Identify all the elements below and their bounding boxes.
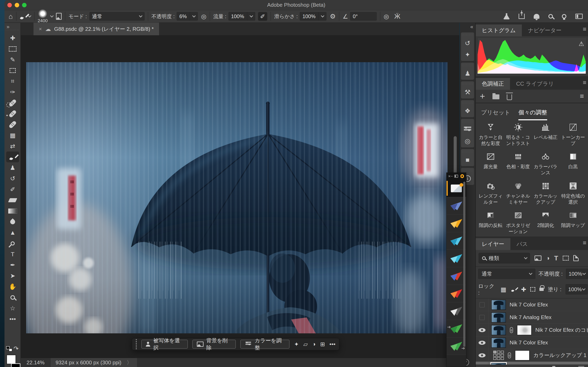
share-icon[interactable] bbox=[519, 14, 525, 19]
path-select-tool[interactable]: ➤ bbox=[6, 270, 19, 281]
add-image-icon[interactable]: ⊞ bbox=[320, 341, 325, 348]
selection-brush-tool[interactable]: ✎ bbox=[6, 54, 19, 65]
adjustment-invert[interactable]: 階調の反転 bbox=[477, 210, 504, 234]
nik-minimize-icon[interactable]: − bbox=[450, 174, 453, 179]
remove-tool[interactable] bbox=[6, 108, 19, 119]
blur-tool[interactable] bbox=[6, 216, 19, 227]
filter-image-icon[interactable] bbox=[535, 256, 541, 261]
list-view-icon[interactable]: ≡ bbox=[580, 92, 584, 100]
smoothing-input[interactable]: 100% bbox=[300, 12, 327, 21]
lock-artboard-icon[interactable] bbox=[530, 287, 535, 292]
hand-tool[interactable]: ✋ bbox=[6, 281, 19, 292]
adjustment-color-balance[interactable]: カラーバランス bbox=[532, 152, 559, 176]
taskbar-drag-handle[interactable] bbox=[136, 339, 137, 349]
adjustment-brightness-contrast[interactable]: 明るさ・コントラスト bbox=[504, 122, 532, 146]
pressure-opacity-button[interactable]: ◎ bbox=[201, 13, 207, 20]
clone-source-icon[interactable]: ♟ bbox=[462, 69, 473, 78]
gradient-tool[interactable] bbox=[6, 206, 19, 216]
lock-position-icon[interactable]: ✚ bbox=[521, 286, 526, 293]
foreground-color[interactable] bbox=[7, 355, 16, 364]
adjustment-levels[interactable]: レベル補正 bbox=[532, 122, 559, 146]
adjustment-channel-mixer[interactable]: チャンネルミキサー bbox=[504, 181, 532, 205]
dodge-tool[interactable] bbox=[6, 238, 19, 249]
beta-flask-icon[interactable] bbox=[503, 13, 510, 19]
adjustment-color-lookup[interactable]: カラールックアップ bbox=[532, 181, 559, 205]
discover-bulb-icon[interactable] bbox=[562, 14, 566, 18]
more-icon[interactable]: ••• bbox=[329, 341, 336, 347]
visibility-cell[interactable] bbox=[476, 324, 488, 336]
dock-drag-handle[interactable]: :::::::: bbox=[462, 169, 473, 172]
properties-sliders-icon[interactable] bbox=[462, 125, 473, 134]
move-tool[interactable]: ✚ bbox=[6, 33, 19, 43]
object-selection-tool[interactable] bbox=[6, 65, 19, 76]
layer-blend-mode-select[interactable]: 通常 bbox=[478, 269, 535, 279]
airbrush-toggle[interactable]: ✐ bbox=[258, 12, 267, 21]
panel-menu-icon[interactable]: ≡ bbox=[583, 239, 586, 246]
layer-row[interactable]: Nik 7 Analog Efex bbox=[476, 311, 588, 324]
channels-icon[interactable]: ◎ bbox=[462, 136, 473, 146]
eye-icon[interactable] bbox=[479, 353, 485, 358]
tool-presets-icon[interactable]: ⚒ bbox=[462, 87, 473, 97]
crop-tool[interactable]: ⌗ bbox=[6, 76, 19, 87]
filter-adjustment-icon[interactable]: ◑ bbox=[546, 255, 550, 262]
adjustment-threshold[interactable]: 2階調化 bbox=[532, 210, 559, 234]
layer-row[interactable]: Nik 7 Color Efex のコピー bbox=[476, 324, 588, 336]
lock-paint-icon[interactable] bbox=[511, 286, 516, 292]
zoom-level[interactable]: 22.14% bbox=[26, 359, 44, 366]
adjustment-color-vibrance[interactable]: カラーと自然な彩度 bbox=[477, 122, 504, 146]
content-move-tool[interactable]: ⇄ bbox=[6, 141, 19, 151]
visibility-cell[interactable] bbox=[476, 349, 488, 361]
hidden-eye-box[interactable] bbox=[479, 315, 485, 320]
spot-healing-tool[interactable] bbox=[6, 98, 19, 108]
visibility-cell[interactable] bbox=[476, 299, 488, 311]
zoom-tool[interactable] bbox=[6, 292, 19, 303]
eye-icon[interactable] bbox=[479, 341, 485, 345]
swap-colors-mini[interactable] bbox=[6, 346, 12, 351]
history-icon[interactable]: ↺ bbox=[462, 39, 473, 48]
patch-tool[interactable]: ▦ bbox=[6, 130, 19, 141]
tab-layers[interactable]: レイヤー bbox=[476, 238, 510, 250]
dock-drag-handle[interactable]: :::::::: bbox=[462, 101, 473, 104]
new-group-button[interactable] bbox=[493, 94, 499, 99]
toolbar-drag-handle[interactable]: :::::::::: bbox=[6, 28, 20, 31]
eyedropper-tool[interactable]: ✑ bbox=[6, 87, 19, 98]
collapse-panels-button[interactable]: « bbox=[460, 23, 475, 31]
angle-input[interactable]: 0° bbox=[350, 12, 377, 21]
fill-input[interactable]: 100% bbox=[566, 284, 588, 294]
search-icon[interactable] bbox=[548, 14, 553, 18]
home-button[interactable]: ⌂ bbox=[9, 12, 13, 20]
background-color[interactable] bbox=[11, 363, 20, 367]
brush-preset-picker[interactable]: 2400 bbox=[38, 9, 48, 24]
adjustment-icon[interactable]: ◑ bbox=[312, 341, 316, 347]
pressure-size-button[interactable]: ◎ bbox=[384, 13, 389, 20]
dock-drag-handle[interactable]: :::::::: bbox=[462, 33, 473, 36]
symmetry-button[interactable]: Ӝ bbox=[394, 13, 400, 20]
subtab-single-adjustments[interactable]: 個々の調整 bbox=[518, 109, 547, 120]
delete-adjustment-button[interactable] bbox=[507, 94, 512, 100]
filter-type-icon[interactable]: T bbox=[554, 254, 558, 262]
layer-filter-select[interactable]: 種類 bbox=[479, 253, 530, 263]
filter-shape-icon[interactable] bbox=[563, 256, 569, 261]
blend-mode-select[interactable]: 通常 bbox=[89, 12, 145, 21]
panel-menu-icon[interactable]: ≡ bbox=[583, 26, 586, 33]
transform-icon[interactable]: ▱ bbox=[303, 341, 308, 348]
add-adjustment-button[interactable]: + bbox=[480, 93, 485, 99]
adjustment-exposure[interactable]: +−露光量 bbox=[477, 152, 504, 176]
type-tool[interactable]: T bbox=[6, 249, 19, 259]
flow-input[interactable]: 100% bbox=[228, 12, 255, 21]
adjustment-posterize[interactable]: ポスタリゼーション bbox=[504, 210, 532, 234]
tab-histogram[interactable]: ヒストグラム bbox=[476, 25, 522, 36]
libraries-brick-icon[interactable]: ■ bbox=[462, 155, 473, 165]
star-shape-tool[interactable]: ☆ bbox=[6, 303, 19, 314]
layer-opacity-input[interactable]: 100% bbox=[566, 269, 588, 279]
eye-icon[interactable] bbox=[479, 328, 485, 332]
document-tab[interactable]: × ☁ G88.psdc @ 22.1% (レイヤー 2, RGB/8) * bbox=[34, 23, 159, 35]
healing-brush-tool[interactable] bbox=[6, 119, 19, 130]
adjust-color-button[interactable]: カラーを調整 bbox=[240, 340, 290, 349]
visibility-cell[interactable] bbox=[476, 336, 488, 349]
select-subject-button[interactable]: 被写体を選択 bbox=[141, 340, 188, 349]
adjustment-photo-filter[interactable]: レンズフィルター bbox=[477, 181, 504, 205]
panel-menu-icon[interactable]: ≡ bbox=[583, 79, 586, 86]
color-swatches[interactable] bbox=[6, 355, 19, 367]
dock-drag-handle[interactable]: :::::::: bbox=[462, 150, 473, 153]
